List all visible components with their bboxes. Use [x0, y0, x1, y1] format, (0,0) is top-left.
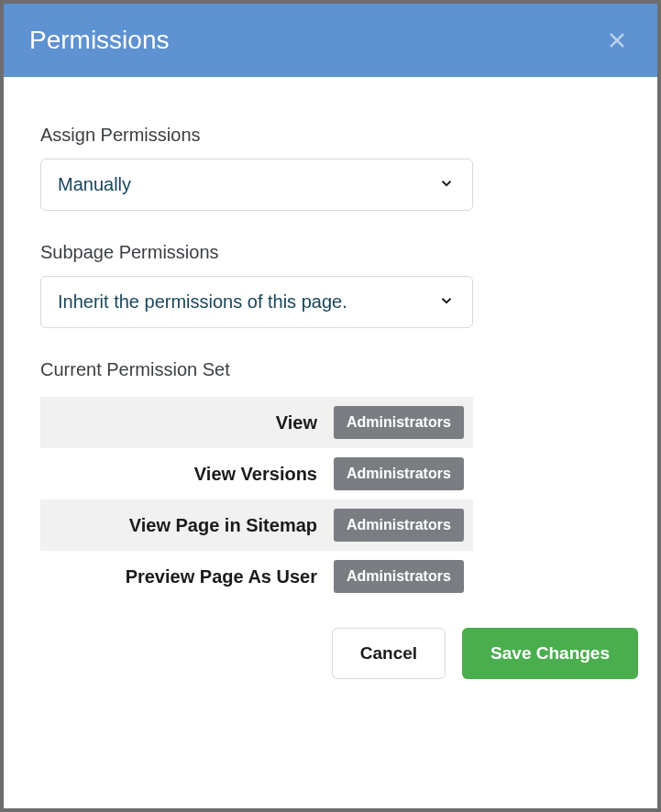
subpage-permissions-label: Subpage Permissions [40, 242, 621, 263]
subpage-permissions-select[interactable]: Inherit the permissions of this page. [40, 276, 473, 328]
permission-row: View Page in Sitemap Administrators [40, 499, 473, 551]
permission-badge[interactable]: Administrators [334, 509, 464, 542]
modal-body: Assign Permissions Manually Subpage Perm… [4, 77, 657, 808]
permission-row: Preview Page As User Administrators [40, 551, 473, 602]
assign-permissions-group: Assign Permissions Manually [40, 125, 621, 211]
subpage-permissions-group: Subpage Permissions Inherit the permissi… [40, 242, 621, 328]
modal-header: Permissions [4, 4, 657, 77]
current-permission-set-label: Current Permission Set [40, 359, 621, 380]
close-button[interactable] [602, 26, 632, 55]
assign-permissions-label: Assign Permissions [40, 125, 621, 146]
current-permission-set: Current Permission Set View Administrato… [40, 359, 621, 602]
modal-title: Permissions [29, 26, 169, 55]
assign-permissions-select-wrapper: Manually [40, 159, 473, 211]
permission-badge[interactable]: Administrators [334, 560, 464, 593]
subpage-permissions-select-wrapper: Inherit the permissions of this page. [40, 276, 473, 328]
permissions-modal: Permissions Assign Permissions Manually … [4, 4, 657, 808]
permission-name: View [40, 412, 334, 433]
cancel-button[interactable]: Cancel [332, 628, 446, 679]
save-button[interactable]: Save Changes [462, 628, 638, 679]
permission-row: View Administrators [40, 397, 473, 448]
permission-list: View Administrators View Versions Admini… [40, 397, 473, 602]
close-icon [606, 29, 628, 51]
permission-name: View Versions [40, 464, 334, 485]
permission-name: View Page in Sitemap [40, 515, 334, 536]
permission-name: Preview Page As User [40, 566, 334, 587]
permission-badge[interactable]: Administrators [334, 406, 464, 439]
permission-badge[interactable]: Administrators [334, 457, 464, 490]
button-row: Cancel Save Changes [40, 628, 638, 679]
permission-row: View Versions Administrators [40, 448, 473, 499]
assign-permissions-select[interactable]: Manually [40, 159, 473, 211]
